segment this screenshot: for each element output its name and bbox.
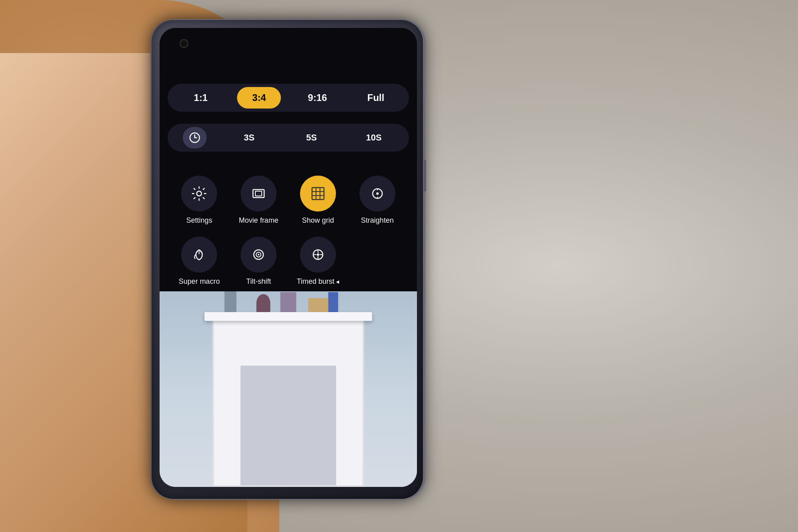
svg-point-12	[376, 192, 379, 195]
tilt-shift-label: Tilt-shift	[246, 277, 271, 286]
movie-frame-item[interactable]: Movie frame	[231, 176, 286, 225]
timed-burst-indicator: ◂	[336, 278, 339, 285]
timed-burst-label: Timed burst	[297, 277, 334, 286]
shelf-decoration-2	[280, 292, 296, 312]
shelf-decoration-1	[225, 291, 237, 312]
fireplace-opening	[241, 366, 336, 485]
show-grid-label: Show grid	[302, 216, 334, 225]
camera-preview	[160, 291, 417, 487]
fireplace-mantel	[213, 319, 364, 487]
ratio-full-button[interactable]: Full	[354, 87, 398, 109]
fireplace-container	[160, 291, 417, 487]
camera-hole	[180, 39, 188, 48]
ratio-9-16-button[interactable]: 9:16	[296, 87, 340, 109]
show-grid-item[interactable]: Show grid	[290, 176, 346, 225]
straighten-item[interactable]: Straighten	[350, 176, 405, 225]
tilt-shift-icon-circle	[241, 237, 277, 273]
shelf-decoration-3	[328, 292, 338, 312]
timer-10s-button[interactable]: 10S	[354, 127, 394, 148]
mantel-shelf	[205, 312, 372, 321]
super-macro-label: Super macro	[179, 277, 220, 286]
ratio-1-1-button[interactable]: 1:1	[179, 87, 223, 109]
movie-frame-label: Movie frame	[239, 216, 279, 225]
ratio-3-4-button[interactable]: 3:4	[237, 87, 281, 109]
show-grid-icon-circle	[300, 176, 336, 212]
svg-point-3	[197, 191, 201, 196]
settings-label: Settings	[186, 216, 212, 225]
timer-3s-button[interactable]: 3S	[229, 127, 269, 148]
timed-burst-icon-circle	[300, 237, 336, 273]
volume-button[interactable]	[424, 160, 426, 192]
straighten-icon-circle	[359, 176, 395, 212]
svg-rect-6	[312, 188, 324, 200]
movie-frame-icon-circle	[241, 176, 277, 212]
shelf-decoration-4	[308, 298, 328, 312]
settings-item[interactable]: Settings	[172, 176, 227, 225]
svg-point-19	[317, 253, 319, 256]
phone-screen: 1:1 3:4 9:16 Full 3S 5S 10S	[160, 28, 417, 487]
timed-burst-item[interactable]: Timed burst ◂	[290, 237, 346, 286]
timer-off-button[interactable]	[183, 127, 207, 148]
timer-row: 3S 5S 10S	[168, 124, 409, 152]
aspect-ratio-row: 1:1 3:4 9:16 Full	[168, 84, 409, 112]
straighten-label: Straighten	[361, 216, 394, 225]
menu-area: 1:1 3:4 9:16 Full 3S 5S 10S	[160, 28, 417, 307]
shelf-decoration-5	[257, 294, 271, 312]
tilt-shift-item[interactable]: Tilt-shift	[231, 237, 286, 286]
super-macro-item[interactable]: Super macro	[172, 237, 227, 286]
super-macro-icon-circle	[181, 237, 217, 273]
icon-grid: Settings Movie frame	[168, 172, 409, 290]
timer-5s-button[interactable]: 5S	[292, 127, 332, 148]
settings-icon-circle	[181, 176, 217, 212]
svg-rect-5	[255, 191, 262, 196]
svg-point-17	[258, 254, 259, 255]
